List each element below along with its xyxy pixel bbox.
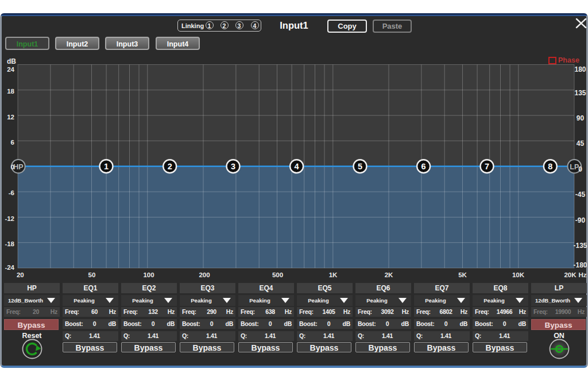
- svg-text:-45: -45: [575, 191, 586, 199]
- svg-text:2: 2: [168, 162, 172, 171]
- svg-text:2K: 2K: [385, 271, 393, 278]
- svg-text:LP: LP: [570, 163, 579, 171]
- svg-text:1: 1: [104, 162, 109, 171]
- svg-text:1K: 1K: [329, 271, 338, 278]
- svg-text:6: 6: [421, 162, 426, 171]
- svg-text:180: 180: [574, 65, 586, 73]
- svg-text:500: 500: [272, 271, 283, 278]
- svg-text:-90: -90: [575, 216, 586, 224]
- svg-text:50: 50: [88, 271, 96, 278]
- svg-text:-24: -24: [5, 264, 14, 271]
- svg-text:0: 0: [11, 164, 14, 170]
- svg-text:-180: -180: [573, 261, 587, 269]
- svg-text:4: 4: [295, 162, 299, 171]
- svg-text:6: 6: [11, 139, 14, 146]
- svg-text:5K: 5K: [458, 271, 467, 278]
- svg-text:24: 24: [7, 66, 14, 73]
- svg-text:-12: -12: [5, 215, 14, 222]
- svg-text:7: 7: [485, 162, 489, 171]
- svg-text:-18: -18: [5, 240, 14, 247]
- svg-text:Hz: Hz: [578, 271, 586, 278]
- svg-text:HP: HP: [13, 163, 23, 171]
- svg-text:90: 90: [577, 114, 585, 122]
- svg-text:-6: -6: [9, 189, 14, 196]
- svg-text:8: 8: [548, 162, 552, 171]
- svg-text:12: 12: [7, 114, 14, 121]
- svg-text:5: 5: [358, 162, 362, 171]
- svg-text:135: 135: [574, 89, 586, 97]
- svg-text:3: 3: [231, 162, 235, 171]
- svg-text:45: 45: [577, 139, 585, 148]
- svg-text:10K: 10K: [512, 271, 525, 278]
- svg-text:dB: dB: [7, 57, 16, 65]
- svg-text:0: 0: [578, 165, 582, 173]
- svg-text:-135: -135: [573, 242, 587, 250]
- svg-text:18: 18: [7, 88, 14, 95]
- svg-text:100: 100: [143, 271, 154, 278]
- svg-text:20: 20: [17, 271, 24, 278]
- svg-text:20K: 20K: [564, 271, 577, 278]
- svg-text:200: 200: [199, 271, 210, 278]
